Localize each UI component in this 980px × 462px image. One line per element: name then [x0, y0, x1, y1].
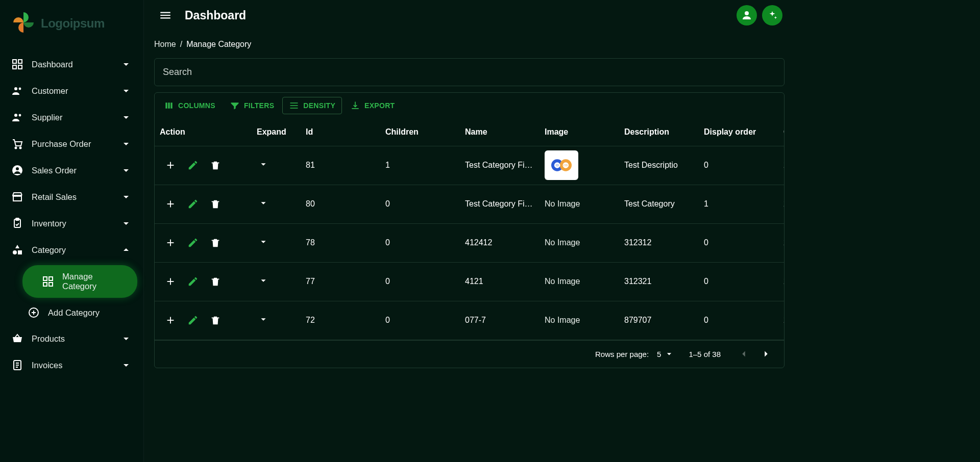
col-name[interactable]: Name — [460, 118, 540, 146]
row-edit-button[interactable] — [185, 158, 201, 173]
rows-per-page-label: Rows per page: — [595, 350, 649, 358]
svg-point-9 — [20, 147, 21, 149]
sidebar-item-dashboard[interactable]: Dashboard — [0, 51, 143, 78]
chevron-down-icon — [120, 217, 132, 229]
row-delete-button[interactable] — [208, 313, 223, 328]
row-expand-button[interactable] — [252, 301, 301, 340]
sparkle-button[interactable] — [762, 5, 782, 25]
svg-point-4 — [14, 87, 17, 90]
col-description[interactable]: Description — [619, 118, 699, 146]
table-row: 720077-7No Image879707020 — [155, 301, 784, 340]
row-id: 78 — [301, 223, 380, 262]
account-button[interactable] — [737, 5, 757, 25]
row-image-thumb: CICD — [545, 150, 578, 180]
col-id[interactable]: Id — [301, 118, 380, 146]
col-created[interactable]: Cr — [778, 118, 784, 146]
sidebar-item-label: Inventory — [32, 219, 112, 228]
row-expand-button[interactable] — [252, 262, 301, 301]
next-page-button[interactable] — [757, 345, 775, 363]
row-edit-button[interactable] — [185, 274, 201, 289]
toolbar-filters-button[interactable]: FILTERS — [224, 97, 280, 114]
sidebar-item-customer[interactable]: Customer — [0, 78, 143, 104]
logo-mark-icon — [11, 10, 36, 37]
row-edit-button[interactable] — [185, 196, 201, 212]
col-display-order[interactable]: Display order — [699, 118, 778, 146]
row-expand-button[interactable] — [252, 146, 301, 185]
row-image: No Image — [540, 301, 619, 340]
svg-rect-19 — [49, 283, 53, 286]
row-image: CICD — [540, 146, 619, 185]
svg-point-8 — [15, 147, 17, 149]
sidebar-item-label: Retail Sales — [32, 192, 112, 202]
row-add-button[interactable] — [163, 274, 178, 289]
invoice-icon — [11, 359, 23, 371]
row-description: 879707 — [619, 301, 699, 340]
chevron-down-icon — [120, 138, 132, 150]
row-children: 0 — [380, 223, 460, 262]
row-delete-button[interactable] — [208, 235, 223, 250]
table-row: 800Test Category FinalNo ImageTest Categ… — [155, 185, 784, 223]
sidebar-item-manage-category[interactable]: Manage Category — [22, 265, 137, 298]
row-description: 312321 — [619, 262, 699, 301]
sidebar-item-add-category[interactable]: Add Category — [16, 300, 143, 325]
sidebar-nav: Dashboard Customer Supplier Purchase Ord… — [0, 49, 143, 380]
row-add-button[interactable] — [163, 158, 178, 173]
dashboard-icon — [11, 58, 23, 70]
svg-point-7 — [19, 114, 21, 117]
row-delete-button[interactable] — [208, 196, 223, 212]
row-delete-button[interactable] — [208, 158, 223, 173]
row-id: 72 — [301, 301, 380, 340]
breadcrumb-current: Manage Category — [186, 40, 251, 49]
row-created: 20 — [778, 301, 784, 340]
pagination-range: 1–5 of 38 — [689, 350, 721, 358]
table-row: 811Test Category FinalCICDTest Descripti… — [155, 146, 784, 185]
rows-per-page-select[interactable]: 5 — [657, 349, 674, 359]
toolbar-density-button[interactable]: DENSITY — [282, 97, 342, 114]
col-action[interactable]: Action — [155, 118, 252, 146]
supplier-icon — [11, 111, 23, 123]
svg-rect-1 — [18, 60, 22, 63]
sidebar-item-products[interactable]: Products — [0, 325, 143, 352]
sidebar-item-label: Manage Category — [62, 272, 126, 291]
main: Dashboard Home / Manage Category COLUMNS — [144, 0, 795, 462]
category-table: Action Expand Id Children Name Image Des… — [155, 118, 784, 340]
sidebar-item-inventory[interactable]: Inventory — [0, 210, 143, 237]
prev-page-button[interactable] — [735, 345, 752, 363]
logo: Logoipsum — [0, 4, 143, 49]
row-edit-button[interactable] — [185, 235, 201, 250]
row-image: No Image — [540, 262, 619, 301]
breadcrumb: Home / Manage Category — [154, 36, 785, 58]
basket-icon — [11, 332, 23, 345]
row-created: 20 — [778, 223, 784, 262]
search-input[interactable] — [163, 67, 776, 78]
breadcrumb-home[interactable]: Home — [154, 40, 176, 49]
row-expand-button[interactable] — [252, 223, 301, 262]
row-delete-button[interactable] — [208, 274, 223, 289]
col-children[interactable]: Children — [380, 118, 460, 146]
col-expand[interactable]: Expand — [252, 118, 301, 146]
toolbar-export-button[interactable]: EXPORT — [344, 97, 401, 114]
sidebar-item-retail-sales[interactable]: Retail Sales — [0, 184, 143, 210]
sidebar-item-purchase-order[interactable]: Purchase Order — [0, 131, 143, 157]
col-image[interactable]: Image — [540, 118, 619, 146]
sidebar-item-sales-order[interactable]: Sales Order — [0, 157, 143, 184]
row-expand-button[interactable] — [252, 185, 301, 223]
row-add-button[interactable] — [163, 235, 178, 250]
sidebar-item-label: Purchase Order — [32, 139, 112, 149]
row-edit-button[interactable] — [185, 313, 201, 328]
sidebar-item-category[interactable]: Category — [0, 237, 143, 263]
row-add-button[interactable] — [163, 313, 178, 328]
row-add-button[interactable] — [163, 196, 178, 212]
row-name: Test Category Final — [460, 146, 540, 185]
row-name: 077-7 — [460, 301, 540, 340]
menu-toggle-button[interactable] — [156, 6, 175, 24]
row-image: No Image — [540, 185, 619, 223]
toolbar-columns-button[interactable]: COLUMNS — [158, 97, 222, 114]
svg-point-11 — [16, 167, 19, 170]
page-title: Dashboard — [185, 9, 726, 22]
sidebar-item-supplier[interactable]: Supplier — [0, 104, 143, 131]
row-created: 20 — [778, 185, 784, 223]
table-scroll[interactable]: Action Expand Id Children Name Image Des… — [155, 118, 784, 340]
sidebar-item-label: Sales Order — [32, 166, 112, 175]
sidebar-item-invoices[interactable]: Invoices — [0, 352, 143, 378]
